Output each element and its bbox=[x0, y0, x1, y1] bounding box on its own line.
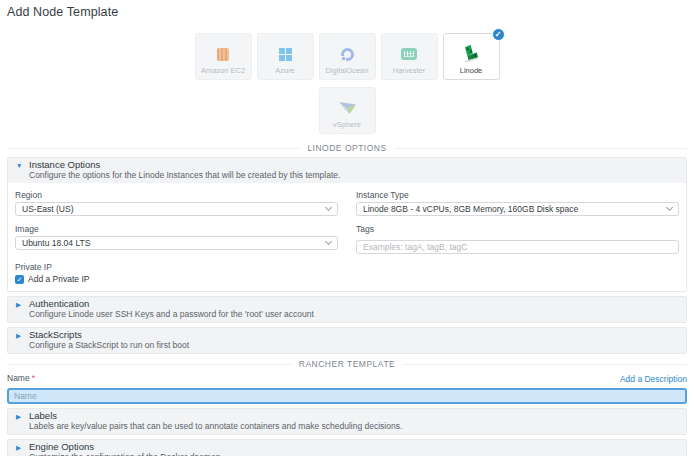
labels-header[interactable]: ▶ Labels Labels are key/value pairs that… bbox=[8, 409, 686, 434]
image-field: Image Ubuntu 18.04 LTS bbox=[15, 224, 338, 254]
private-ip-checkbox[interactable]: ✓ bbox=[15, 275, 24, 284]
section-title: StackScripts bbox=[29, 330, 189, 340]
section-title: Engine Options bbox=[29, 442, 220, 452]
engine-options-header[interactable]: ▶ Engine Options Customize the configura… bbox=[8, 440, 686, 456]
provider-tile-azure[interactable]: Azure bbox=[257, 33, 314, 80]
tags-input[interactable] bbox=[356, 240, 679, 254]
region-field: Region US-East (US) bbox=[15, 190, 338, 216]
image-select[interactable]: Ubuntu 18.04 LTS bbox=[15, 236, 338, 250]
provider-tile-digitalocean[interactable]: DigitalOcean bbox=[319, 33, 376, 80]
section-title: Instance Options bbox=[29, 160, 340, 170]
vsphere-icon bbox=[338, 96, 357, 120]
harvester-icon bbox=[401, 42, 417, 66]
name-input[interactable] bbox=[7, 388, 687, 404]
add-description-link[interactable]: Add a Description bbox=[620, 374, 687, 384]
region-select[interactable]: US-East (US) bbox=[15, 202, 338, 216]
add-node-template-page: Add Node Template Amazon EC2 Azure Digit… bbox=[0, 0, 694, 456]
instance-type-select[interactable]: Linode 8GB - 4 vCPUs, 8GB Memory, 160GB … bbox=[356, 202, 679, 216]
provider-tile-label: Linode bbox=[460, 66, 483, 75]
instance-type-value: Linode 8GB - 4 vCPUs, 8GB Memory, 160GB … bbox=[363, 204, 578, 214]
provider-tile-vsphere[interactable]: vSphere bbox=[319, 87, 376, 134]
rancher-template-divider: RANCHER TEMPLATE bbox=[7, 359, 687, 369]
section-subtitle: Configure a StackScript to run on first … bbox=[29, 341, 189, 350]
section-subtitle: Configure the options for the Linode Ins… bbox=[29, 171, 340, 180]
private-ip-field: Private IP ✓ Add a Private IP bbox=[15, 262, 679, 284]
rancher-template-divider-label: RANCHER TEMPLATE bbox=[299, 359, 395, 369]
linode-icon bbox=[462, 42, 480, 66]
authentication-header[interactable]: ▶ Authentication Configure Linode user S… bbox=[8, 297, 686, 322]
stackscripts-header[interactable]: ▶ StackScripts Configure a StackScript t… bbox=[8, 328, 686, 353]
provider-tile-amazon-ec2[interactable]: Amazon EC2 bbox=[195, 33, 252, 80]
linode-options-divider-label: LINODE OPTIONS bbox=[307, 143, 386, 153]
provider-tile-label: Harvester bbox=[393, 66, 426, 75]
page-title: Add Node Template bbox=[7, 5, 687, 19]
private-ip-checkbox-label[interactable]: Add a Private IP bbox=[28, 274, 89, 284]
instance-options-header[interactable]: ▼ Instance Options Configure the options… bbox=[8, 158, 686, 183]
image-value: Ubuntu 18.04 LTS bbox=[22, 238, 90, 248]
provider-row-1: Amazon EC2 Azure DigitalOcean Harvester … bbox=[195, 33, 500, 80]
provider-tile-label: Amazon EC2 bbox=[201, 66, 245, 75]
name-row: Name* Add a Description bbox=[7, 373, 687, 385]
stackscripts-section: ▶ StackScripts Configure a StackScript t… bbox=[7, 327, 687, 354]
chevron-down-icon bbox=[325, 204, 332, 211]
triangle-right-icon: ▶ bbox=[16, 443, 23, 456]
amazon-ec2-icon bbox=[217, 42, 229, 66]
digitalocean-icon bbox=[341, 42, 354, 66]
chevron-down-icon bbox=[666, 204, 673, 211]
provider-row-2: vSphere bbox=[319, 87, 376, 134]
section-subtitle: Labels are key/value pairs that can be u… bbox=[29, 422, 402, 431]
chevron-down-icon bbox=[325, 238, 332, 245]
selected-check-icon: ✓ bbox=[492, 28, 505, 41]
provider-picker: Amazon EC2 Azure DigitalOcean Harvester … bbox=[7, 19, 687, 134]
region-label: Region bbox=[15, 190, 338, 200]
provider-tile-label: vSphere bbox=[333, 120, 361, 129]
triangle-right-icon: ▶ bbox=[16, 412, 23, 431]
provider-tile-linode[interactable]: ✓ Linode bbox=[443, 33, 500, 80]
engine-options-section: ▶ Engine Options Customize the configura… bbox=[7, 439, 687, 456]
azure-icon bbox=[279, 42, 292, 66]
name-label: Name* bbox=[7, 373, 35, 383]
instance-type-field: Instance Type Linode 8GB - 4 vCPUs, 8GB … bbox=[356, 190, 679, 216]
section-title: Labels bbox=[29, 411, 402, 421]
triangle-down-icon: ▼ bbox=[16, 161, 23, 180]
authentication-section: ▶ Authentication Configure Linode user S… bbox=[7, 296, 687, 323]
section-title: Authentication bbox=[29, 299, 314, 309]
provider-tile-harvester[interactable]: Harvester bbox=[381, 33, 438, 80]
section-subtitle: Configure Linode user SSH Keys and a pas… bbox=[29, 310, 314, 319]
image-label: Image bbox=[15, 224, 338, 234]
instance-options-section: ▼ Instance Options Configure the options… bbox=[7, 157, 687, 292]
tags-label: Tags bbox=[356, 224, 679, 234]
private-ip-label: Private IP bbox=[15, 262, 679, 272]
instance-options-body: Region US-East (US) Instance Type Linode… bbox=[8, 183, 686, 291]
instance-type-label: Instance Type bbox=[356, 190, 679, 200]
provider-tile-label: Azure bbox=[275, 66, 295, 75]
linode-options-divider: LINODE OPTIONS bbox=[7, 143, 687, 153]
region-value: US-East (US) bbox=[22, 204, 73, 214]
tags-field: Tags bbox=[356, 224, 679, 254]
provider-tile-label: DigitalOcean bbox=[326, 66, 369, 75]
triangle-right-icon: ▶ bbox=[16, 331, 23, 350]
required-asterisk: * bbox=[32, 373, 35, 383]
labels-section: ▶ Labels Labels are key/value pairs that… bbox=[7, 408, 687, 435]
triangle-right-icon: ▶ bbox=[16, 300, 23, 319]
